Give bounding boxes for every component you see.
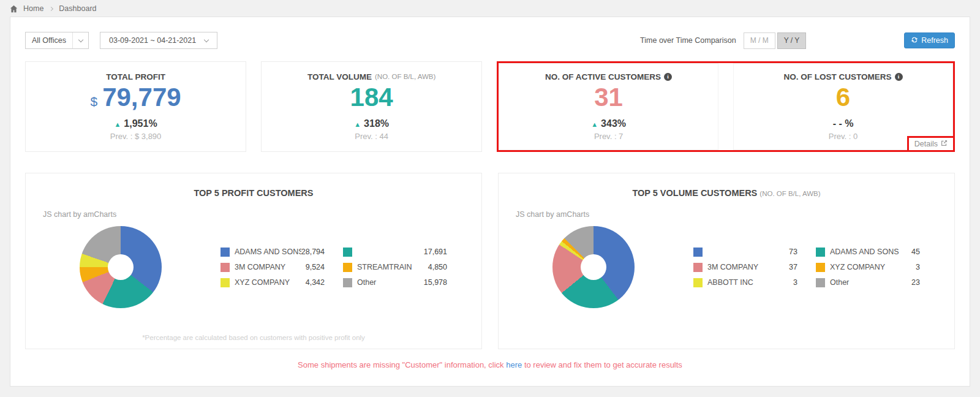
legend-column: 17,691STREAMTRAIN4,850Other15,978: [343, 248, 447, 287]
legend-item[interactable]: 17,691: [343, 248, 447, 257]
warning-text-before: Some shipments are missing "Customer" in…: [298, 360, 504, 369]
amcharts-watermark[interactable]: JS chart by amCharts: [43, 210, 481, 219]
kpi-change: 1,951%: [114, 118, 157, 129]
legend-item[interactable]: Other23: [816, 278, 920, 287]
kpi-title-suffix: (NO. OF B/L, AWB): [375, 73, 435, 80]
refresh-label: Refresh: [921, 36, 948, 45]
charts-row: TOP 5 PROFIT CUSTOMERS JS chart by amCha…: [25, 173, 955, 349]
mm-toggle-button[interactable]: M / M: [744, 32, 775, 49]
refresh-icon: [911, 36, 918, 45]
legend-value: 3: [916, 263, 920, 271]
chart-title: TOP 5 VOLUME CUSTOMERS (NO. OF B/L, AWB): [499, 173, 954, 198]
info-icon[interactable]: [664, 73, 672, 81]
kpi-change-text: 343%: [601, 118, 626, 129]
yy-toggle-button[interactable]: Y / Y: [777, 32, 807, 49]
kpi-title-text: NO. OF ACTIVE CUSTOMERS: [545, 72, 661, 81]
legend-swatch[interactable]: [693, 248, 703, 257]
legend-swatch[interactable]: [221, 263, 230, 272]
chevron-right-icon: [49, 6, 53, 10]
legend-label: XYZ COMPANY: [830, 263, 916, 271]
legend-value: 4,342: [306, 278, 325, 287]
triangle-up-icon: [354, 118, 361, 129]
legend-swatch[interactable]: [816, 278, 825, 287]
legend-item[interactable]: ADAMS AND SONS45: [816, 248, 920, 257]
kpi-value-number: 184: [350, 83, 393, 112]
details-label: Details: [914, 140, 938, 148]
info-icon[interactable]: [895, 73, 903, 81]
legend-value: 23: [911, 278, 920, 287]
kpi-title-text: NO. OF LOST CUSTOMERS: [784, 72, 892, 81]
legend-value: 4,850: [428, 263, 447, 271]
office-select-value[interactable]: All Offices: [26, 36, 72, 45]
kpi-card-total-volume: TOTAL VOLUME (NO. OF B/L, AWB) 184 318% …: [261, 61, 482, 152]
comparison-controls: Time over Time Comparison M / M Y / Y Re…: [640, 32, 955, 49]
chart-body: 733M COMPANY37ABBOTT INC3ADAMS AND SONS4…: [499, 226, 954, 308]
home-icon[interactable]: [10, 5, 18, 13]
legend-label: ADAMS AND SONS: [830, 248, 911, 256]
legend-swatch[interactable]: [343, 248, 352, 257]
kpi-change: - - %: [833, 118, 854, 129]
chart-legend: 733M COMPANY37ABBOTT INC3ADAMS AND SONS4…: [693, 248, 920, 287]
legend-swatch[interactable]: [816, 248, 825, 257]
legend-label: 3M COMPANY: [235, 263, 306, 271]
kpi-change-text: - - %: [833, 118, 854, 129]
legend-label: XYZ COMPANY: [235, 278, 306, 287]
legend-label: 3M COMPANY: [707, 263, 789, 271]
kpi-title: TOTAL PROFIT: [106, 72, 165, 81]
details-link[interactable]: Details: [907, 136, 955, 152]
breadcrumb: Home Dashboard: [0, 0, 980, 17]
chart-legend: ADAMS AND SONS28,7943M COMPANY9,524XYZ C…: [221, 248, 447, 287]
legend-swatch[interactable]: [343, 263, 352, 272]
kpi-previous-value: Prev. : 7: [594, 132, 623, 141]
legend-item[interactable]: XYZ COMPANY3: [816, 263, 920, 272]
donut-chart[interactable]: [552, 226, 635, 308]
legend-value: 28,794: [301, 248, 325, 256]
legend-swatch[interactable]: [693, 263, 703, 272]
legend-item[interactable]: 73: [693, 248, 797, 257]
chart-title: TOP 5 PROFIT CUSTOMERS: [26, 173, 481, 198]
external-link-icon: [941, 140, 948, 148]
legend-item[interactable]: Other15,978: [343, 278, 447, 287]
legend-swatch[interactable]: [693, 278, 703, 287]
legend-swatch[interactable]: [221, 278, 230, 287]
kpi-previous-value: Prev. : 44: [355, 132, 388, 141]
amcharts-watermark[interactable]: JS chart by amCharts: [516, 210, 954, 219]
date-range-value[interactable]: 03-09-2021 ~ 04-21-2021: [109, 36, 196, 45]
warning-here-link[interactable]: here: [506, 360, 522, 369]
kpi-value: 31: [594, 83, 623, 112]
chevron-down-icon[interactable]: [72, 32, 88, 48]
kpi-value-number: 79,779: [102, 83, 181, 112]
legend-item[interactable]: 3M COMPANY9,524: [221, 263, 325, 272]
chevron-down-icon[interactable]: [204, 37, 209, 42]
kpi-previous-value: Prev. : 0: [829, 132, 858, 141]
top5-volume-customers-chart: TOP 5 VOLUME CUSTOMERS (NO. OF B/L, AWB)…: [498, 173, 955, 349]
legend-swatch[interactable]: [816, 263, 825, 272]
triangle-up-icon: [114, 118, 121, 129]
kpi-title: TOTAL VOLUME (NO. OF B/L, AWB): [307, 72, 435, 81]
kpi-change-text: 318%: [364, 118, 389, 129]
legend-swatch[interactable]: [221, 248, 230, 257]
legend-item[interactable]: 3M COMPANY37: [693, 263, 797, 272]
breadcrumb-home[interactable]: Home: [23, 4, 43, 13]
comparison-label: Time over Time Comparison: [640, 36, 736, 45]
chart-title-text: TOP 5 PROFIT CUSTOMERS: [194, 188, 314, 198]
kpi-previous-value: Prev. : $ 3,890: [110, 132, 162, 141]
chart-title-text: TOP 5 VOLUME CUSTOMERS: [632, 188, 757, 198]
legend-swatch[interactable]: [343, 278, 352, 287]
refresh-button[interactable]: Refresh: [904, 32, 955, 48]
legend-item[interactable]: STREAMTRAIN4,850: [343, 263, 447, 272]
donut-chart[interactable]: [80, 226, 162, 308]
top5-profit-customers-chart: TOP 5 PROFIT CUSTOMERS JS chart by amCha…: [25, 173, 482, 349]
kpi-value-number: 6: [836, 83, 850, 112]
date-range-select[interactable]: 03-09-2021 ~ 04-21-2021: [100, 32, 217, 49]
highlight-red-box: NO. OF ACTIVE CUSTOMERS 31 343% Prev. : …: [497, 61, 955, 152]
kpi-value-number: 31: [594, 83, 623, 112]
legend-item[interactable]: XYZ COMPANY4,342: [221, 278, 325, 287]
chart-body: ADAMS AND SONS28,7943M COMPANY9,524XYZ C…: [26, 226, 481, 308]
office-select[interactable]: All Offices: [25, 32, 89, 49]
legend-item[interactable]: ABBOTT INC3: [693, 278, 797, 287]
legend-item[interactable]: ADAMS AND SONS28,794: [221, 248, 325, 257]
kpi-title: NO. OF ACTIVE CUSTOMERS: [545, 72, 672, 81]
legend-value: 15,978: [424, 278, 447, 287]
kpi-change-text: 1,951%: [124, 118, 157, 129]
